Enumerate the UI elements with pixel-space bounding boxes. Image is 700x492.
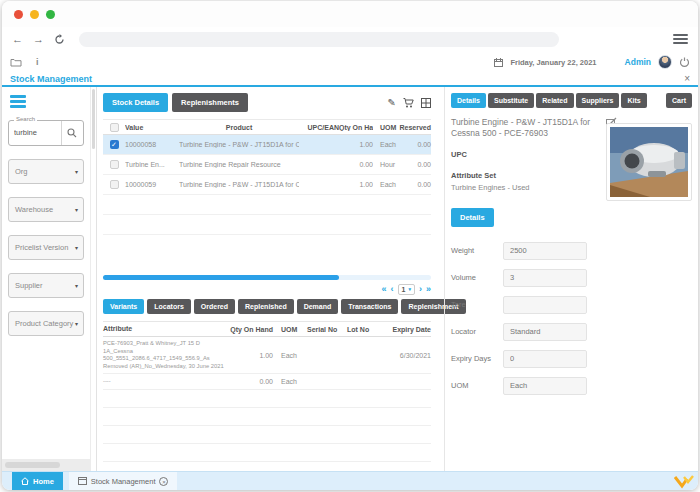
warehouse-dropdown[interactable]: Warehouse ▾ (8, 197, 84, 222)
tab-kits[interactable]: Kits (621, 93, 646, 108)
variants-row (103, 408, 431, 426)
locator-label: Locator (451, 327, 503, 336)
cart-icon[interactable] (403, 98, 414, 108)
pagination: « ‹ 1 ▾ › » (103, 280, 431, 298)
select-all-checkbox[interactable] (110, 123, 119, 132)
product-image (606, 123, 692, 201)
table-row[interactable]: ✓ 10000058 Turbine Engine - P&W - JT15D1… (103, 135, 431, 155)
chevron-down-icon: ▾ (75, 168, 78, 175)
variants-row[interactable]: ---- 0.00 Each (103, 374, 431, 390)
variants-row (103, 444, 431, 462)
calendar-icon (494, 58, 503, 67)
pricelist-version-dropdown[interactable]: Pricelist Version ▾ (8, 235, 84, 260)
main-panel: Stock Details Replenishments ✎ (97, 87, 437, 471)
row-checkbox[interactable]: ✓ (110, 140, 119, 149)
uom-label: UOM (451, 381, 503, 390)
product-title: Turbine Engine - P&W - JT15D1A for Cessn… (451, 117, 601, 140)
stock-table-header: Value Product UPC/EAN Qty On Hand UOM Re… (103, 119, 431, 135)
table-row[interactable]: 10000059 Turbine Engine - P&W - JT15D1A … (103, 175, 431, 195)
tab-ordered[interactable]: Ordered (194, 299, 235, 314)
last-page-icon[interactable]: » (426, 284, 431, 294)
back-icon[interactable]: ← (12, 34, 23, 45)
variants-row (103, 390, 431, 408)
info-icon[interactable]: i (36, 57, 39, 67)
table-row (103, 195, 431, 215)
logout-icon[interactable] (679, 57, 690, 68)
weight-label: Weight (451, 246, 503, 255)
product-category-dropdown[interactable]: Product Category ▾ (8, 311, 84, 336)
locator-field[interactable] (503, 323, 587, 341)
tab-related[interactable]: Related (536, 93, 573, 108)
tab-details[interactable]: Details (451, 93, 486, 108)
panel-divider (437, 87, 445, 471)
close-window-icon[interactable] (14, 10, 23, 19)
page-title: Stock Management (10, 74, 92, 84)
tab-locators[interactable]: Locators (147, 299, 191, 314)
sidebar-menu-icon[interactable] (10, 95, 26, 108)
minimize-window-icon[interactable] (30, 10, 39, 19)
tab-stock-details[interactable]: Stock Details (103, 93, 168, 112)
prev-page-icon[interactable]: ‹ (391, 284, 394, 294)
taskbar-tab-home[interactable]: Home (12, 472, 63, 490)
details-button[interactable]: Details (451, 208, 494, 227)
search-label: Search (14, 116, 37, 122)
chevron-down-icon: ▾ (75, 206, 78, 213)
tab-substitute[interactable]: Substitute (488, 93, 534, 108)
chevron-down-icon: ▾ (75, 244, 78, 251)
expiry-days-field[interactable] (503, 350, 587, 368)
current-date: Friday, January 22, 2021 (510, 58, 596, 67)
first-page-icon[interactable]: « (382, 284, 387, 294)
close-tab-icon[interactable]: × (159, 477, 168, 486)
row-checkbox[interactable] (110, 180, 119, 189)
tab-replenishments[interactable]: Replenishments (172, 93, 248, 112)
details-panel: Details Substitute Related Suppliers Kit… (445, 87, 698, 471)
variants-row[interactable]: PCE-76903_Pratt & Whitney_JT 15 D 1A_Ces… (103, 337, 431, 374)
corner-logo-icon (673, 475, 695, 489)
home-icon (21, 477, 29, 485)
tab-variants[interactable]: Variants (103, 299, 144, 314)
reload-icon[interactable] (54, 34, 65, 45)
tab-transactions[interactable]: Transactions (341, 299, 398, 314)
uom-field[interactable] (503, 377, 587, 395)
chevron-down-icon: ▾ (75, 320, 78, 327)
tab-replenished[interactable]: Replenished (238, 299, 294, 314)
chevron-down-icon: ▾ (408, 286, 411, 292)
browser-window: ← → i Friday, January 22, 2021 Admin (2, 1, 698, 490)
org-dropdown[interactable]: Org ▾ (8, 159, 84, 184)
close-page-icon[interactable]: × (684, 74, 690, 84)
tab-demand[interactable]: Demand (297, 299, 339, 314)
search-icon[interactable] (61, 121, 81, 145)
table-row[interactable]: Turbine En... Turbine Engine Repair Reso… (103, 155, 431, 175)
row-checkbox[interactable] (110, 160, 119, 169)
volume-field[interactable] (503, 269, 587, 287)
window-titlebar (2, 1, 698, 27)
taskbar-tab-stock-management[interactable]: Stock Management × (69, 472, 178, 490)
avatar[interactable] (658, 55, 672, 69)
variants-table-header: Attribute Qty On Hand UOM Serial No Lot … (103, 321, 431, 337)
sidebar-vertical-scrollbar[interactable] (90, 87, 97, 471)
folder-icon[interactable] (10, 58, 22, 67)
next-page-icon[interactable]: › (419, 284, 422, 294)
page-select[interactable]: 1 ▾ (398, 284, 415, 295)
app-header: Stock Management × (2, 73, 698, 87)
cart-button[interactable]: Cart (666, 93, 692, 108)
browser-menu-icon[interactable] (673, 34, 688, 44)
user-menu[interactable]: Admin (625, 57, 651, 67)
grid-view-icon[interactable] (421, 98, 431, 108)
tare-label: Tare (451, 300, 503, 309)
volume-label: Volume (451, 273, 503, 282)
address-bar[interactable] (79, 32, 559, 47)
edit-icon[interactable]: ✎ (388, 97, 396, 108)
search-field[interactable]: Search (8, 120, 84, 146)
forward-icon[interactable]: → (33, 34, 44, 45)
sidebar-horizontal-scrollbar[interactable] (2, 459, 90, 471)
tare-field[interactable] (503, 296, 587, 314)
tab-suppliers[interactable]: Suppliers (576, 93, 620, 108)
expiry-days-label: Expiry Days (451, 354, 503, 363)
maximize-window-icon[interactable] (46, 10, 55, 19)
weight-field[interactable] (503, 242, 587, 260)
supplier-dropdown[interactable]: Supplier ▾ (8, 273, 84, 298)
filter-sidebar: Search Org ▾ Warehouse ▾ Pricelist Versi… (2, 87, 90, 471)
search-input[interactable] (9, 128, 61, 137)
table-row (103, 215, 431, 235)
